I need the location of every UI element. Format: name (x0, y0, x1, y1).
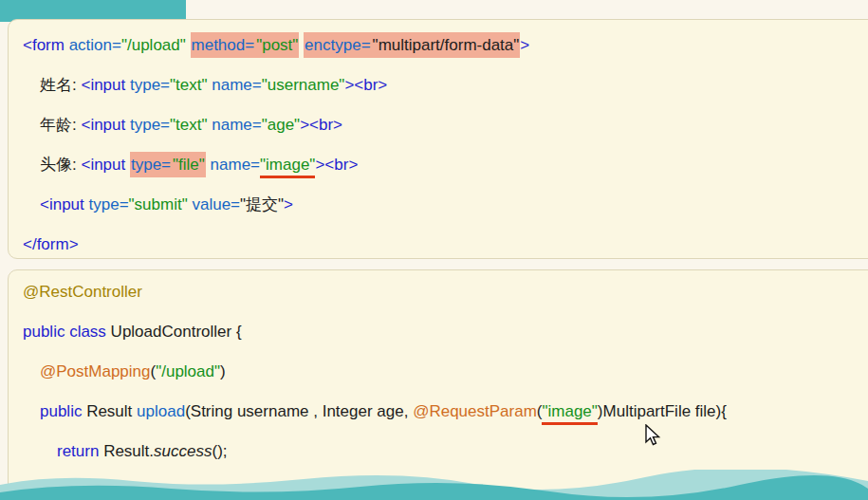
code-token: (String username , Integer age, (185, 402, 413, 420)
code-token: ><br> (344, 76, 387, 94)
code-token: type= (130, 116, 170, 134)
code-token: <input (81, 156, 130, 174)
java-controller-code-panel: @RestControllerpublic class UploadContro… (8, 269, 868, 500)
code-line: public Result upload(String username , I… (23, 392, 868, 432)
code-token: type= (130, 76, 170, 94)
code-line: <form action="/upload" method="post" enc… (23, 26, 868, 65)
code-token: "age" (262, 116, 300, 134)
code-token: name= (212, 76, 261, 94)
code-line: @PostMapping("/upload") (23, 352, 868, 392)
underlined-code-token: "image" (542, 402, 597, 425)
code-token: </form> (23, 235, 79, 253)
code-token: (); (212, 442, 227, 460)
code-token: @PostMapping (40, 362, 151, 380)
code-line: 姓名: <input type="text" name="username"><… (23, 65, 868, 105)
highlighted-code-token: "file" (172, 152, 206, 177)
code-token: "/upload" (121, 36, 186, 54)
code-token: success (154, 442, 212, 460)
code-token: "submit" (129, 195, 188, 213)
code-token: name= (211, 156, 260, 174)
code-token: > (520, 36, 529, 54)
code-token: Result. (103, 442, 154, 460)
code-token: @RestController (23, 283, 142, 301)
code-token: value= (192, 195, 240, 213)
code-token: ) (220, 362, 226, 380)
html-form-code-panel: <form action="/upload" method="post" enc… (8, 19, 868, 259)
code-token: action= (69, 36, 121, 54)
code-token: 头像: (40, 156, 81, 174)
code-line: public class UploadController { (23, 312, 868, 352)
code-token: > (284, 195, 293, 213)
code-token: ><br> (315, 156, 358, 174)
code-token: 姓名: (40, 76, 81, 94)
code-token: MultipartFile file){ (603, 402, 727, 420)
code-token: public (40, 402, 86, 420)
bottom-wave-decoration (0, 470, 868, 500)
code-token: <input (81, 76, 130, 94)
code-line: </form> (23, 225, 868, 265)
mouse-cursor (645, 424, 661, 447)
code-token: public class (23, 323, 111, 341)
code-token: "text" (170, 76, 207, 94)
code-line: return Result.success(); (23, 432, 868, 472)
code-token: return (57, 442, 103, 460)
code-token: "/upload" (156, 362, 220, 380)
code-token: Result (86, 402, 137, 420)
underlined-code-token: "image" (260, 156, 315, 178)
code-token: @RequestParam (413, 402, 537, 420)
code-token: "username" (262, 76, 345, 94)
code-token: <form (23, 36, 69, 54)
highlighted-code-token: method= (191, 32, 256, 58)
code-token: type= (89, 195, 129, 213)
code-token: ><br> (300, 116, 342, 134)
code-token: UploadController { (111, 323, 242, 341)
code-token: name= (212, 116, 261, 134)
code-token: <input (40, 195, 89, 213)
highlighted-code-token: "multipart/form-data" (372, 32, 521, 58)
code-token: "提交" (240, 195, 284, 213)
highlighted-code-token: enctype= (304, 32, 371, 58)
code-token: "text" (170, 116, 207, 134)
code-token: upload (137, 402, 185, 420)
code-line: <input type="submit" value="提交"> (23, 185, 868, 225)
code-line: @RestController (23, 272, 868, 312)
code-token: 年龄: (40, 116, 81, 134)
code-line: 头像: <input type="file" name="image"><br> (23, 145, 868, 185)
code-token (186, 36, 191, 54)
code-line: 年龄: <input type="text" name="age"><br> (23, 105, 868, 145)
code-token: <input (81, 116, 130, 134)
highlighted-code-token: "post" (255, 32, 299, 58)
highlighted-code-token: type= (130, 152, 172, 177)
